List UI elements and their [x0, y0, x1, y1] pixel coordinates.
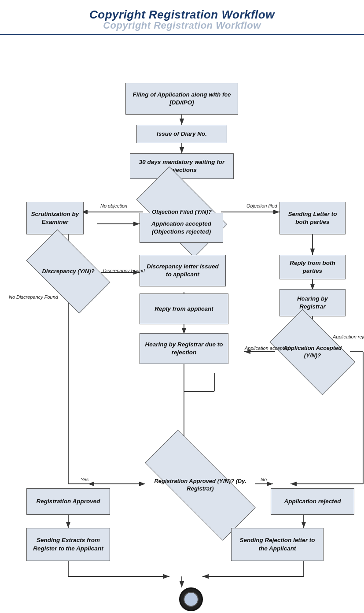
label-no: No	[261, 477, 267, 482]
label-app-rejected: Application rejected	[333, 334, 364, 339]
label-yes: Yes	[81, 477, 88, 482]
box-filing: Filing of Application along with fee [DD…	[125, 83, 238, 115]
label-no-objection: No objection	[100, 203, 127, 208]
label-discrepancy-found: Discrepancy Found	[103, 268, 145, 273]
box-hearing-rejection: Hearing by Registrar due to rejection	[140, 333, 228, 364]
page-title-shadow: Copyright Registration Workflow	[0, 20, 364, 31]
diamond-discrepancy: Discrepancy (Y/N)?	[31, 249, 106, 293]
flowchart: Filing of Application along with fee [DD…	[0, 39, 364, 613]
box-sending-letter: Sending Letter to both parties	[279, 202, 346, 234]
box-registration-approved: Registration Approved	[26, 488, 110, 515]
box-reply-applicant: Reply from applicant	[140, 293, 228, 324]
header: Copyright Registration Workflow Copyrigh…	[0, 0, 364, 35]
diamond-reg-approved: Registration Approved (Y/N)? (Dy. Regist…	[145, 462, 255, 509]
box-waiting: 30 days mandatory waiting for objections	[130, 153, 234, 179]
label-objection-filed: Objection filed	[246, 203, 277, 208]
end-circle	[179, 587, 203, 611]
box-discrepancy-letter: Discrepancy letter issued to applicant	[140, 255, 226, 286]
box-diary: Issue of Diary No.	[136, 125, 227, 143]
box-scrutinization: Scrutinization by Examiner	[26, 202, 84, 234]
page-wrapper: Copyright Registration Workflow Copyrigh…	[0, 0, 364, 613]
box-reply-both: Reply from both parties	[279, 255, 346, 279]
box-hearing-registrar: Hearing by Registrar	[279, 289, 346, 316]
box-sending-rejection: Sending Rejection letter to the Applican…	[231, 528, 324, 561]
box-sending-extracts: Sending Extracts from Register to the Ap…	[26, 528, 110, 561]
box-application-rejected: Application rejected	[271, 488, 354, 515]
end-node: End of Flow	[170, 587, 212, 613]
label-no-discrepancy: No Discrepancy Found	[9, 294, 58, 300]
